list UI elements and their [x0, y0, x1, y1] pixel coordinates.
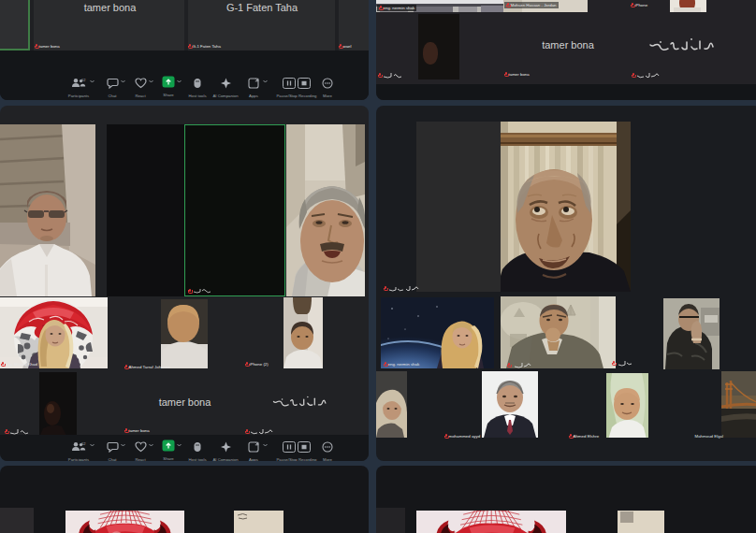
svg-text:62: 62 [81, 78, 86, 82]
svg-text:62: 62 [81, 441, 86, 446]
